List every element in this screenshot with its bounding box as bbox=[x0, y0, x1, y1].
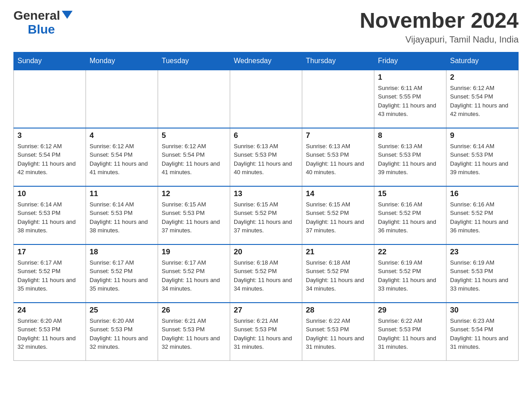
cell-info-text: Sunrise: 6:13 AMSunset: 5:53 PMDaylight:… bbox=[378, 142, 442, 177]
calendar-week-row: 17Sunrise: 6:17 AMSunset: 5:52 PMDayligh… bbox=[14, 244, 519, 303]
day-header-friday: Friday bbox=[374, 52, 446, 70]
cell-info-text: Sunrise: 6:20 AMSunset: 5:53 PMDaylight:… bbox=[90, 317, 154, 351]
cell-info-text: Sunrise: 6:22 AMSunset: 5:53 PMDaylight:… bbox=[306, 317, 370, 351]
day-header-tuesday: Tuesday bbox=[158, 52, 230, 70]
calendar-cell bbox=[86, 70, 158, 128]
calendar-cell: 16Sunrise: 6:16 AMSunset: 5:52 PMDayligh… bbox=[446, 186, 519, 244]
cell-day-number: 16 bbox=[450, 189, 515, 198]
cell-day-number: 6 bbox=[234, 131, 298, 140]
cell-day-number: 28 bbox=[306, 306, 370, 315]
cell-day-number: 2 bbox=[450, 73, 515, 82]
calendar-cell: 13Sunrise: 6:15 AMSunset: 5:52 PMDayligh… bbox=[230, 186, 302, 244]
cell-info-text: Sunrise: 6:12 AMSunset: 5:54 PMDaylight:… bbox=[450, 84, 515, 119]
calendar-cell: 7Sunrise: 6:13 AMSunset: 5:53 PMDaylight… bbox=[302, 128, 374, 186]
cell-info-text: Sunrise: 6:17 AMSunset: 5:52 PMDaylight:… bbox=[162, 258, 226, 293]
calendar-cell: 11Sunrise: 6:14 AMSunset: 5:53 PMDayligh… bbox=[86, 186, 158, 244]
cell-day-number: 14 bbox=[306, 189, 370, 198]
cell-day-number: 21 bbox=[306, 248, 370, 257]
cell-day-number: 26 bbox=[162, 306, 226, 315]
calendar-cell: 25Sunrise: 6:20 AMSunset: 5:53 PMDayligh… bbox=[86, 303, 158, 361]
cell-day-number: 30 bbox=[450, 306, 515, 315]
calendar-table: SundayMondayTuesdayWednesdayThursdayFrid… bbox=[13, 52, 519, 361]
cell-day-number: 23 bbox=[450, 248, 515, 257]
calendar-cell: 1Sunrise: 6:11 AMSunset: 5:55 PMDaylight… bbox=[374, 70, 446, 128]
calendar-cell: 20Sunrise: 6:18 AMSunset: 5:52 PMDayligh… bbox=[230, 244, 302, 303]
calendar-cell: 18Sunrise: 6:17 AMSunset: 5:52 PMDayligh… bbox=[86, 244, 158, 303]
cell-day-number: 24 bbox=[17, 306, 82, 315]
calendar-cell: 29Sunrise: 6:22 AMSunset: 5:53 PMDayligh… bbox=[374, 303, 446, 361]
cell-info-text: Sunrise: 6:12 AMSunset: 5:54 PMDaylight:… bbox=[17, 142, 82, 177]
calendar-cell bbox=[230, 70, 302, 128]
cell-day-number: 15 bbox=[378, 189, 442, 198]
calendar-week-row: 24Sunrise: 6:20 AMSunset: 5:53 PMDayligh… bbox=[14, 303, 519, 361]
calendar-week-row: 10Sunrise: 6:14 AMSunset: 5:53 PMDayligh… bbox=[14, 186, 519, 244]
cell-info-text: Sunrise: 6:17 AMSunset: 5:52 PMDaylight:… bbox=[90, 258, 154, 293]
cell-day-number: 8 bbox=[378, 131, 442, 140]
cell-info-text: Sunrise: 6:15 AMSunset: 5:52 PMDaylight:… bbox=[306, 200, 370, 235]
cell-info-text: Sunrise: 6:22 AMSunset: 5:53 PMDaylight:… bbox=[378, 317, 442, 351]
day-header-saturday: Saturday bbox=[446, 52, 519, 70]
logo-blue-text: Blue bbox=[28, 23, 73, 37]
cell-day-number: 18 bbox=[90, 248, 154, 257]
logo-triangle-icon bbox=[62, 11, 73, 19]
day-header-sunday: Sunday bbox=[14, 52, 86, 70]
cell-info-text: Sunrise: 6:20 AMSunset: 5:53 PMDaylight:… bbox=[17, 317, 82, 351]
calendar-cell: 21Sunrise: 6:18 AMSunset: 5:52 PMDayligh… bbox=[302, 244, 374, 303]
cell-info-text: Sunrise: 6:13 AMSunset: 5:53 PMDaylight:… bbox=[234, 142, 298, 177]
calendar-header-row: SundayMondayTuesdayWednesdayThursdayFrid… bbox=[14, 52, 519, 70]
cell-info-text: Sunrise: 6:12 AMSunset: 5:54 PMDaylight:… bbox=[90, 142, 154, 177]
cell-info-text: Sunrise: 6:21 AMSunset: 5:53 PMDaylight:… bbox=[162, 317, 226, 351]
calendar-title: November 2024 bbox=[360, 9, 519, 33]
cell-info-text: Sunrise: 6:15 AMSunset: 5:53 PMDaylight:… bbox=[162, 200, 226, 235]
cell-info-text: Sunrise: 6:21 AMSunset: 5:53 PMDaylight:… bbox=[234, 317, 298, 351]
cell-info-text: Sunrise: 6:16 AMSunset: 5:52 PMDaylight:… bbox=[378, 200, 442, 235]
calendar-cell: 8Sunrise: 6:13 AMSunset: 5:53 PMDaylight… bbox=[374, 128, 446, 186]
cell-day-number: 19 bbox=[162, 248, 226, 257]
cell-day-number: 29 bbox=[378, 306, 442, 315]
cell-info-text: Sunrise: 6:16 AMSunset: 5:52 PMDaylight:… bbox=[450, 200, 515, 235]
calendar-cell: 3Sunrise: 6:12 AMSunset: 5:54 PMDaylight… bbox=[14, 128, 86, 186]
cell-info-text: Sunrise: 6:18 AMSunset: 5:52 PMDaylight:… bbox=[234, 258, 298, 293]
cell-info-text: Sunrise: 6:23 AMSunset: 5:54 PMDaylight:… bbox=[450, 317, 515, 351]
calendar-cell: 2Sunrise: 6:12 AMSunset: 5:54 PMDaylight… bbox=[446, 70, 519, 128]
calendar-cell: 30Sunrise: 6:23 AMSunset: 5:54 PMDayligh… bbox=[446, 303, 519, 361]
calendar-cell: 24Sunrise: 6:20 AMSunset: 5:53 PMDayligh… bbox=[14, 303, 86, 361]
cell-info-text: Sunrise: 6:15 AMSunset: 5:52 PMDaylight:… bbox=[234, 200, 298, 235]
calendar-cell: 6Sunrise: 6:13 AMSunset: 5:53 PMDaylight… bbox=[230, 128, 302, 186]
calendar-cell: 17Sunrise: 6:17 AMSunset: 5:52 PMDayligh… bbox=[14, 244, 86, 303]
logo-general-text: General bbox=[13, 9, 60, 23]
cell-day-number: 27 bbox=[234, 306, 298, 315]
cell-info-text: Sunrise: 6:14 AMSunset: 5:53 PMDaylight:… bbox=[450, 142, 515, 177]
cell-info-text: Sunrise: 6:19 AMSunset: 5:52 PMDaylight:… bbox=[378, 258, 442, 293]
cell-day-number: 11 bbox=[90, 189, 154, 198]
calendar-cell bbox=[302, 70, 374, 128]
calendar-cell: 27Sunrise: 6:21 AMSunset: 5:53 PMDayligh… bbox=[230, 303, 302, 361]
cell-day-number: 20 bbox=[234, 248, 298, 257]
cell-info-text: Sunrise: 6:18 AMSunset: 5:52 PMDaylight:… bbox=[306, 258, 370, 293]
cell-info-text: Sunrise: 6:19 AMSunset: 5:53 PMDaylight:… bbox=[450, 258, 515, 293]
cell-day-number: 5 bbox=[162, 131, 226, 140]
cell-info-text: Sunrise: 6:14 AMSunset: 5:53 PMDaylight:… bbox=[90, 200, 154, 235]
day-header-wednesday: Wednesday bbox=[230, 52, 302, 70]
cell-day-number: 22 bbox=[378, 248, 442, 257]
cell-day-number: 13 bbox=[234, 189, 298, 198]
cell-info-text: Sunrise: 6:11 AMSunset: 5:55 PMDaylight:… bbox=[378, 84, 442, 119]
calendar-cell: 14Sunrise: 6:15 AMSunset: 5:52 PMDayligh… bbox=[302, 186, 374, 244]
day-header-thursday: Thursday bbox=[302, 52, 374, 70]
calendar-week-row: 1Sunrise: 6:11 AMSunset: 5:55 PMDaylight… bbox=[14, 70, 519, 128]
cell-day-number: 1 bbox=[378, 73, 442, 82]
calendar-cell: 9Sunrise: 6:14 AMSunset: 5:53 PMDaylight… bbox=[446, 128, 519, 186]
cell-day-number: 10 bbox=[17, 189, 82, 198]
calendar-cell: 19Sunrise: 6:17 AMSunset: 5:52 PMDayligh… bbox=[158, 244, 230, 303]
calendar-cell: 5Sunrise: 6:12 AMSunset: 5:54 PMDaylight… bbox=[158, 128, 230, 186]
calendar-week-row: 3Sunrise: 6:12 AMSunset: 5:54 PMDaylight… bbox=[14, 128, 519, 186]
cell-day-number: 17 bbox=[17, 248, 82, 257]
calendar-cell: 4Sunrise: 6:12 AMSunset: 5:54 PMDaylight… bbox=[86, 128, 158, 186]
cell-info-text: Sunrise: 6:13 AMSunset: 5:53 PMDaylight:… bbox=[306, 142, 370, 177]
calendar-cell: 10Sunrise: 6:14 AMSunset: 5:53 PMDayligh… bbox=[14, 186, 86, 244]
day-header-monday: Monday bbox=[86, 52, 158, 70]
cell-day-number: 3 bbox=[17, 131, 82, 140]
title-block: November 2024 Vijayapuri, Tamil Nadu, In… bbox=[360, 9, 519, 45]
cell-day-number: 25 bbox=[90, 306, 154, 315]
calendar-cell: 23Sunrise: 6:19 AMSunset: 5:53 PMDayligh… bbox=[446, 244, 519, 303]
